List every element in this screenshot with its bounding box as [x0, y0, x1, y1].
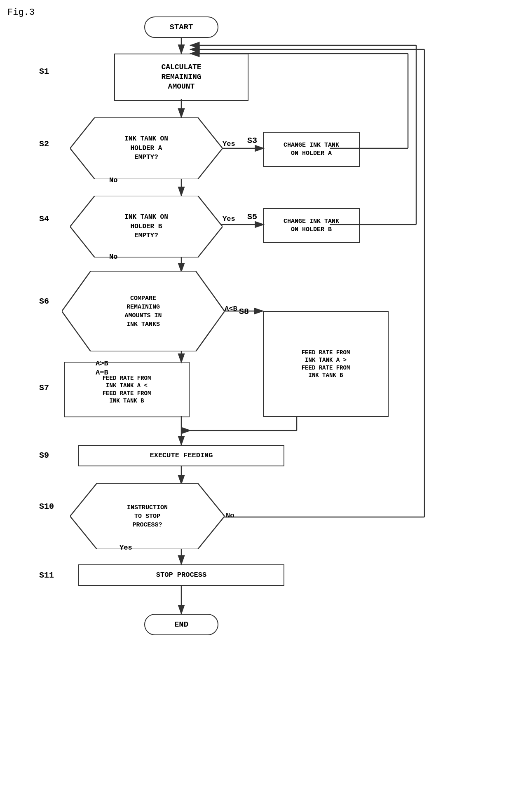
s1-node: CALCULATE REMAINING AMOUNT [114, 54, 248, 101]
s2-yes-label: Yes [223, 140, 235, 148]
step-s3-label: S3 [247, 136, 257, 145]
step-s1-label: S1 [39, 67, 49, 76]
s10-hexagon: INSTRUCTIONTO STOPPROCESS? [70, 483, 225, 549]
s2-no-label: No [109, 176, 117, 184]
step-s6-label: S6 [39, 297, 49, 306]
s7-node: FEED RATE FROM INK TANK A < FEED RATE FR… [64, 362, 190, 417]
step-s11-label: S11 [39, 571, 54, 580]
s5-node: CHANGE INK TANK ON HOLDER B [263, 208, 360, 243]
s6-ab-label: A<B [225, 305, 237, 313]
s11-node: STOP PROCESS [78, 564, 284, 586]
step-s5-label: S5 [247, 212, 257, 222]
step-s2-label: S2 [39, 139, 49, 149]
step-s7-label: S7 [39, 383, 49, 393]
step-s4-label: S4 [39, 214, 49, 224]
s4-hexagon: INK TANK ONHOLDER BEMPTY? [70, 196, 223, 257]
step-s8-label: S8 [239, 307, 249, 316]
s6-hexagon: COMPAREREMAININGAMOUNTS ININK TANKS [62, 271, 225, 351]
diagram-container: Fig.3 [0, 0, 511, 812]
s10-no-label: No [226, 512, 234, 519]
fig-label: Fig.3 [7, 7, 35, 18]
s9-node: EXECUTE FEEDING [78, 445, 284, 466]
s3-node: CHANGE INK TANK ON HOLDER A [263, 132, 360, 167]
s10-yes-label: Yes [120, 544, 132, 552]
start-node: START [144, 16, 218, 38]
s2-hexagon: INK TANK ONHOLDER AEMPTY? [70, 117, 223, 179]
step-s10-label: S10 [39, 502, 54, 511]
s4-no-label: No [109, 253, 117, 261]
step-s9-label: S9 [39, 451, 49, 460]
end-node: END [144, 614, 218, 635]
s8-node: FEED RATE FROM INK TANK A > FEED RATE FR… [263, 311, 389, 417]
s4-yes-label: Yes [223, 215, 235, 223]
